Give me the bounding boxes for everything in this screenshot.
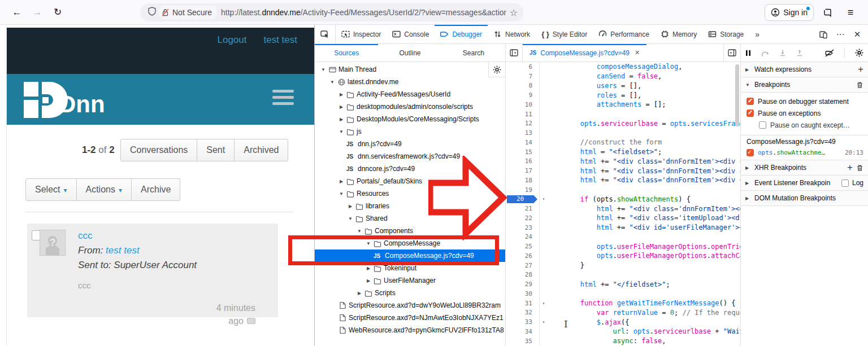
add-xhr-breakpoint-icon[interactable]: + <box>847 164 853 172</box>
line-number[interactable]: 14 <box>506 138 540 147</box>
pick-element-icon[interactable] <box>315 25 336 43</box>
pause-icon[interactable] <box>745 50 751 56</box>
tab-storage[interactable]: Storage <box>702 25 749 43</box>
line-number[interactable]: 10 <box>506 100 540 110</box>
code-line[interactable]: 30 <box>506 289 740 299</box>
code-line[interactable]: 6 composeMessageDialog, <box>506 62 740 72</box>
collapse-sources-panel-icon[interactable] <box>506 44 523 62</box>
disable-breakpoints-icon[interactable] <box>825 49 834 57</box>
fold-arrow-icon[interactable]: ▾ <box>540 301 548 306</box>
line-number[interactable]: 23 <box>506 223 540 233</box>
pause-debugger-statement-option[interactable]: ✓ Pause on debugger statement <box>741 95 868 107</box>
tab-sent[interactable]: Sent <box>197 139 235 161</box>
fold-arrow-icon[interactable]: ▾ <box>540 196 548 202</box>
line-number[interactable]: 8 <box>506 81 540 91</box>
tab-debugger[interactable]: Debugger <box>435 25 488 43</box>
code-line[interactable]: 20▾ if (opts.showAttachments) { <box>506 195 740 204</box>
line-number[interactable]: 9 <box>506 90 540 100</box>
bookmark-star-icon[interactable]: ☆ <box>510 7 518 18</box>
code-line[interactable]: 29 html += "</fieldset>"; <box>506 279 740 289</box>
twisty-icon[interactable]: ▼ <box>337 191 345 196</box>
tree-item[interactable]: ▼Main Thread <box>315 63 505 76</box>
line-number[interactable]: 31 <box>506 299 540 308</box>
line-number[interactable]: 19 <box>506 185 540 195</box>
line-number[interactable]: 15 <box>506 147 540 157</box>
code-line[interactable]: 13 <box>506 128 740 138</box>
line-number[interactable]: 12 <box>506 119 540 129</box>
line-number[interactable]: 26 <box>506 251 540 261</box>
code-line[interactable]: 32 var returnValue = 0; // If the reque <box>506 308 740 318</box>
tree-item[interactable]: ▶UserFileManager <box>315 274 505 287</box>
tree-item[interactable]: ScriptResource.axd?d=NJmAwtEo3IobNJXA7YE… <box>315 312 505 324</box>
twisty-icon[interactable]: ▼ <box>319 67 327 72</box>
line-number[interactable]: 32 <box>506 308 540 318</box>
code-line[interactable]: 23 html += "<div id='userFileManager'>< <box>506 223 740 233</box>
step-in-icon[interactable] <box>779 49 786 56</box>
line-number[interactable]: 30 <box>506 289 540 299</box>
editor-file-tab[interactable]: JS ComposeMessage.js?cdv=49 ✕ <box>523 44 646 62</box>
line-number[interactable]: 27 <box>506 261 540 270</box>
actions-dropdown[interactable]: Actions▾ <box>77 178 132 201</box>
code-line[interactable]: 22 html += "<div class='itemUpload'><di <box>506 213 740 223</box>
code-line[interactable]: 16 html += "<div class='dnnFormItem'><di… <box>506 157 740 167</box>
breakpoint-marker[interactable]: 20 <box>507 195 537 204</box>
line-number[interactable]: 34 <box>506 327 540 336</box>
back-icon[interactable]: ← <box>9 5 25 20</box>
step-over-icon[interactable] <box>761 50 769 56</box>
twisty-icon[interactable]: ▼ <box>328 80 336 85</box>
line-number[interactable]: 25 <box>506 242 540 251</box>
reload-icon[interactable]: ↻ <box>50 5 66 20</box>
tree-item[interactable]: ▼js <box>315 125 505 138</box>
code-line[interactable]: 8 users = [], <box>506 81 740 91</box>
archive-button[interactable]: Archive <box>132 178 180 201</box>
tree-item[interactable]: JSdnn.js?cdv=49 <box>315 138 505 150</box>
code-line[interactable]: 11 <box>506 110 740 119</box>
tree-item[interactable]: ▶Scripts <box>315 287 505 299</box>
twisty-icon[interactable]: ▶ <box>337 179 345 184</box>
code-line[interactable]: 33▾ $.ajax({ <box>506 317 740 327</box>
shield-icon[interactable] <box>148 7 156 18</box>
line-number[interactable]: 22 <box>506 213 540 223</box>
breakpoints-header[interactable]: ▼ Breakpoints <box>741 77 868 93</box>
tab-conversations[interactable]: Conversations <box>120 139 197 161</box>
code-line[interactable]: 27 } <box>506 261 740 270</box>
code-line[interactable]: 31▾ function getWaitTimeForNextMessage()… <box>506 299 740 308</box>
code-line[interactable]: 26 opts.userFileManagerOptions.attachCa <box>506 251 740 261</box>
twisty-icon[interactable]: ▶ <box>337 92 345 97</box>
pause-caught-exceptions-option[interactable]: Pause on caught except… <box>741 119 868 131</box>
expand-panel-icon[interactable] <box>723 44 740 62</box>
line-number[interactable]: 18 <box>506 176 540 185</box>
line-number[interactable]: 21 <box>506 204 540 213</box>
app-menu-icon[interactable]: ≡ <box>843 5 858 20</box>
tab-console[interactable]: Console <box>387 25 435 43</box>
code-line[interactable]: 35 async: false, <box>506 336 740 346</box>
editor-scrollbar[interactable] <box>735 64 739 126</box>
tab-performance[interactable]: Performance <box>593 25 655 43</box>
add-watch-icon[interactable]: + <box>858 65 863 73</box>
select-dropdown[interactable]: Select▾ <box>25 178 77 201</box>
pause-exceptions-option[interactable]: ✓ Pause on exceptions <box>741 107 868 119</box>
url-bar[interactable]: Not Secure http://latest.dnndev.me/Activ… <box>140 3 523 21</box>
close-devtools-icon[interactable]: ✕ <box>850 27 865 42</box>
line-number[interactable]: 11 <box>506 110 540 119</box>
tree-item[interactable]: WebResource.axd?d=pynGkmcFUV2lFFfo131zTA… <box>315 324 505 336</box>
code-line[interactable]: 12 opts.serviceurlbase = opts.servicesFr… <box>506 119 740 129</box>
security-chip[interactable]: Not Secure <box>159 6 216 19</box>
line-number[interactable]: 33 <box>506 317 540 327</box>
devtools-menu-icon[interactable]: ⋯ <box>833 27 848 42</box>
code-line[interactable]: 14 //construct the form <box>506 138 740 147</box>
twisty-icon[interactable]: ▼ <box>346 216 354 221</box>
twisty-icon[interactable]: ▶ <box>364 266 372 271</box>
debugger-settings-gear-icon[interactable] <box>855 49 863 57</box>
log-checkbox[interactable] <box>841 179 849 187</box>
logout-link[interactable]: Logout <box>217 34 246 46</box>
twisty-icon[interactable]: ▶ <box>337 104 345 110</box>
forward-icon[interactable]: → <box>29 5 45 20</box>
code-line[interactable]: 9 roles = [], <box>506 90 740 100</box>
remove-xhr-breakpoints-trash-icon[interactable] <box>856 164 863 172</box>
twisty-icon[interactable]: ▼ <box>355 229 363 234</box>
step-out-icon[interactable] <box>796 49 803 56</box>
tab-outline[interactable]: Outline <box>378 44 441 62</box>
remove-breakpoints-trash-icon[interactable] <box>856 81 863 89</box>
twisty-icon[interactable]: ▶ <box>337 117 345 122</box>
